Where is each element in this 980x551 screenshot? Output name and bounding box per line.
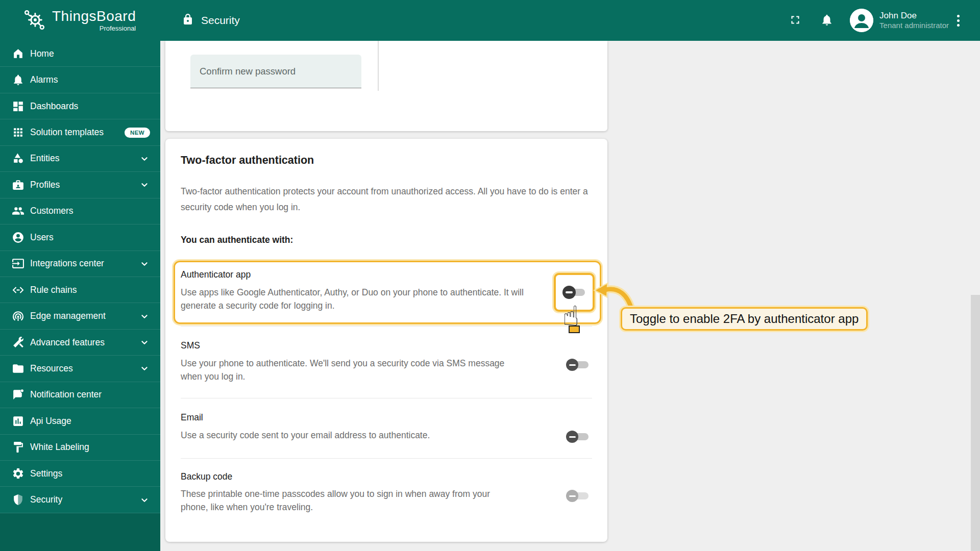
more-menu-button[interactable] [957,15,960,27]
sidebar-item-label: Entities [30,153,59,164]
sidebar-item-label: Rule chains [30,285,77,295]
bar-chart-icon [11,414,24,428]
method-divider [181,326,592,327]
sidebar-item-alarms[interactable]: Alarms [0,67,160,93]
chevron-down-icon [139,363,150,374]
sidebar-item-users[interactable]: Users [0,224,160,251]
sidebar-item-label: Dashboards [30,101,78,112]
sidebar-nav: HomeAlarmsDashboardsSolution templatesNE… [0,41,160,513]
gear-icon [11,467,24,480]
annotation-callout: Toggle to enable 2FA by authenticator ap… [621,307,868,331]
method-divider [181,398,592,398]
topbar-actions: John Doe Tenant administrator [789,9,980,32]
sidebar-item-security[interactable]: Security [0,487,160,513]
entities-icon [11,152,24,165]
twofa-description: Two-factor authentication protects your … [181,184,589,215]
sidebar-item-label: Resources [30,363,73,374]
sidebar-item-label: Api Usage [30,416,71,427]
sidebar-item-integrations-center[interactable]: Integrations center [0,251,160,277]
notification-icon [11,388,24,402]
fullscreen-icon [789,13,802,28]
thingsboard-logo[interactable]: ThingsBoard Professional [0,0,160,41]
sidebar-lower-area [0,513,160,551]
sidebar-item-dashboards[interactable]: Dashboards [0,93,160,119]
method-title-authenticator-app: Authenticator app [181,269,251,280]
sidebar-item-label: Alarms [30,74,58,85]
sidebar: HomeAlarmsDashboardsSolution templatesNE… [0,41,160,551]
sidebar-item-settings[interactable]: Settings [0,461,160,487]
notifications-button[interactable] [820,13,834,28]
sidebar-item-label: Home [30,48,54,59]
breadcrumb: Security [182,13,240,28]
dashboards-icon [11,99,24,113]
app-name: ThingsBoard [52,8,136,24]
sidebar-item-white-labeling[interactable]: White Labeling [0,435,160,461]
sidebar-item-advanced-features[interactable]: Advanced features [0,330,160,356]
sidebar-item-label: Integrations center [30,258,104,269]
toggle-thumb [566,431,578,443]
app-edition: Professional [52,25,136,32]
toggle-sms[interactable] [566,358,590,371]
method-description-sms: Use your phone to authenticate. We'll se… [181,357,518,383]
twofa-subtitle: You can authenticate with: [181,235,293,245]
scrollbar-thumb[interactable] [971,295,980,551]
home-icon [11,47,24,60]
user-role: Tenant administrator [879,21,949,31]
sidebar-item-notification-center[interactable]: Notification center [0,382,160,408]
sidebar-item-label: Users [30,232,54,243]
sidebar-item-customers[interactable]: Customers [0,198,160,224]
sidebar-item-label: Advanced features [30,337,105,348]
card-column-divider [378,41,379,91]
customers-icon [11,205,24,218]
confirm-new-password-input[interactable] [190,55,380,88]
folder-icon [11,362,24,375]
sidebar-item-home[interactable]: Home [0,41,160,67]
sidebar-item-profiles[interactable]: Profiles [0,172,160,198]
method-divider [181,458,592,459]
main-content: Two-factor authentication Two-factor aut… [160,41,980,551]
paint-roller-icon [11,441,24,454]
toggle-backup-code[interactable] [566,489,590,503]
method-title-backup-code: Backup code [181,471,232,482]
change-password-card [165,41,607,131]
fullscreen-button[interactable] [789,13,802,28]
method-description-email: Use a security code sent to your email a… [181,429,541,442]
avatar[interactable] [850,9,873,32]
profiles-badge-icon [11,178,24,191]
toggle-authenticator-app[interactable] [562,286,586,299]
sidebar-item-label: Security [30,494,62,505]
user-info[interactable]: John Doe Tenant administrator [879,10,949,31]
method-description-authenticator-app: Use apps like Google Authenticator, Auth… [181,286,541,312]
two-factor-card: Two-factor authentication Two-factor aut… [165,139,607,542]
sidebar-item-edge-management[interactable]: Edge management [0,303,160,329]
new-badge: NEW [125,128,150,138]
apps-grid-icon [11,126,24,139]
sidebar-item-rule-chains[interactable]: Rule chains [0,277,160,303]
toggle-thumb [562,286,576,299]
chevron-down-icon [139,153,150,164]
sidebar-item-label: White Labeling [30,442,89,453]
thingsboard-logo-icon [22,8,46,33]
toggle-thumb [566,490,578,502]
method-title-sms: SMS [181,340,200,351]
toggle-thumb [566,359,578,371]
chevron-down-icon [139,258,150,269]
sidebar-item-label: Edge management [30,311,106,321]
user-circle-icon [11,231,24,244]
toggle-email[interactable] [566,430,590,443]
thingsboard-app: ThingsBoard Professional Security [0,0,980,551]
chevron-down-icon [139,337,150,348]
edge-antenna-icon [11,310,24,323]
sidebar-item-label: Solution templates [30,127,104,138]
highlighted-toggle-box [554,273,595,312]
sidebar-item-solution-templates[interactable]: Solution templatesNEW [0,119,160,145]
sidebar-item-entities[interactable]: Entities [0,146,160,172]
sidebar-item-resources[interactable]: Resources [0,356,160,382]
bell-icon [820,13,834,28]
sidebar-item-api-usage[interactable]: Api Usage [0,408,160,434]
annotation-text: Toggle to enable 2FA by authenticator ap… [630,312,859,326]
method-title-email: Email [181,412,203,423]
confirm-new-password-field[interactable] [190,55,361,88]
page-title: Security [201,14,240,27]
twofa-title: Two-factor authentication [181,154,314,167]
